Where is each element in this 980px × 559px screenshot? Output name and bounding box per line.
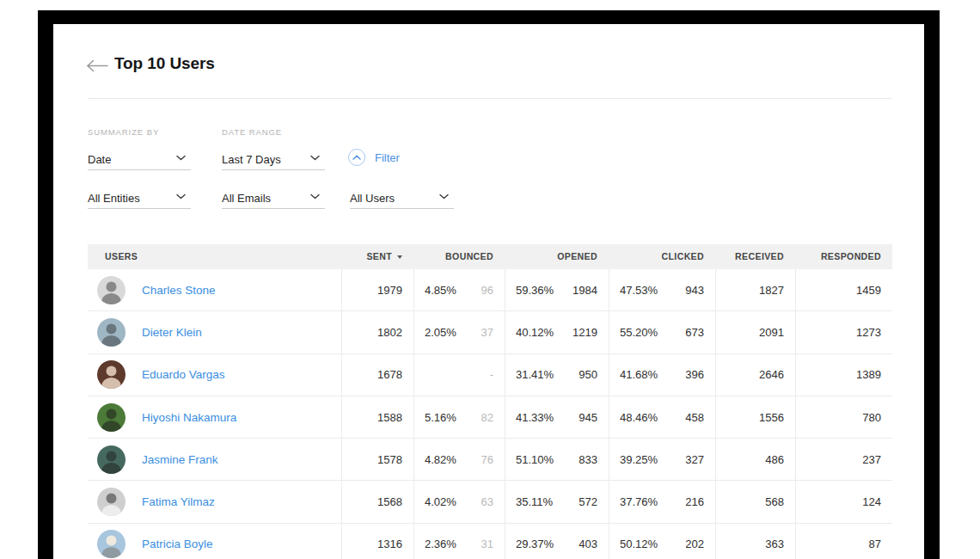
user-name-link[interactable]: Eduardo Vargas (142, 368, 225, 381)
column-header-sent[interactable]: SENT (341, 244, 413, 269)
avatar (97, 488, 126, 516)
column-header-clicked[interactable]: CLICKED (609, 244, 715, 269)
user-cell: Hiyoshi Nakamura (88, 396, 341, 438)
received-cell: 568 (715, 481, 795, 522)
column-header-users[interactable]: USERS (88, 244, 341, 269)
clicked-cell: 37.76%216 (609, 481, 715, 522)
filter-toggle[interactable]: Filter (348, 148, 400, 167)
clicked-pct: 39.25% (620, 453, 658, 466)
chevron-down-icon (439, 189, 449, 202)
bounced-count: 96 (481, 284, 493, 297)
back-arrow-icon[interactable] (86, 59, 108, 72)
opened-cell: 40.12%1219 (505, 311, 609, 353)
opened-pct: 41.33% (516, 411, 554, 424)
table-row: Patricia Boyle 1316 2.36%31 29.37%403 50… (88, 524, 892, 559)
sort-desc-icon (397, 255, 402, 259)
clicked-pct: 41.68% (620, 368, 658, 381)
user-name-link[interactable]: Dieter Klein (142, 326, 202, 339)
bounced-count: 82 (481, 411, 493, 424)
bounced-count: - (490, 368, 493, 381)
bounced-cell: - (413, 354, 505, 396)
opened-pct: 35.11% (516, 495, 553, 508)
opened-pct: 51.10% (516, 453, 554, 466)
clicked-cell: 50.12%202 (609, 524, 715, 559)
user-cell: Charles Stone (88, 269, 341, 310)
date-range-value: Last 7 Days (222, 153, 281, 166)
responded-cell: 1459 (795, 269, 892, 310)
sent-cell: 1316 (341, 524, 413, 559)
sent-cell: 1678 (341, 354, 413, 396)
date-range-label: DATE RANGE (222, 127, 282, 137)
summarize-by-label: SUMMARIZE BY (88, 127, 159, 137)
user-cell: Patricia Boyle (88, 524, 341, 559)
table-header-row: USERS SENT BOUNCED OPENED CLICKED RECEIV… (88, 244, 892, 269)
clicked-count: 673 (685, 326, 704, 339)
clicked-count: 202 (685, 538, 704, 550)
bounced-cell: 2.05%37 (413, 311, 505, 353)
opened-count: 950 (579, 368, 597, 381)
user-cell: Jasmine Frank (88, 439, 341, 480)
chevron-down-icon (176, 150, 186, 163)
received-cell: 2646 (715, 354, 795, 396)
users-table: USERS SENT BOUNCED OPENED CLICKED RECEIV… (88, 244, 892, 559)
users-value: All Users (350, 192, 395, 205)
entities-dropdown[interactable]: All Entities (88, 187, 191, 209)
table-row: Hiyoshi Nakamura 1588 5.16%82 41.33%945 … (88, 396, 892, 439)
user-name-link[interactable]: Hiyoshi Nakamura (142, 411, 236, 424)
bounced-count: 31 (481, 538, 493, 550)
user-cell: Eduardo Vargas (88, 354, 341, 396)
sent-cell: 1802 (341, 311, 413, 353)
clicked-count: 327 (685, 453, 704, 466)
chevron-down-icon (176, 189, 186, 202)
clicked-pct: 48.46% (620, 411, 658, 424)
clicked-count: 216 (685, 495, 704, 508)
user-name-link[interactable]: Fatima Yilmaz (142, 495, 215, 508)
user-cell: Fatima Yilmaz (88, 481, 341, 522)
opened-count: 833 (579, 453, 597, 466)
opened-count: 945 (579, 411, 597, 424)
emails-dropdown[interactable]: All Emails (222, 187, 325, 209)
clicked-cell: 48.46%458 (609, 396, 715, 438)
opened-count: 1219 (573, 326, 597, 339)
summarize-by-value: Date (88, 153, 111, 166)
table-row: Fatima Yilmaz 1568 4.02%63 35.11%572 37.… (88, 481, 892, 523)
filter-toggle-label: Filter (375, 151, 400, 164)
opened-cell: 59.36%1984 (505, 269, 609, 310)
bounced-pct: 2.36% (425, 538, 456, 550)
clicked-pct: 37.76% (620, 495, 658, 508)
table-row: Jasmine Frank 1578 4.82%76 51.10%833 39.… (88, 439, 892, 481)
user-name-link[interactable]: Charles Stone (142, 284, 216, 297)
bounced-cell: 4.82%76 (413, 439, 505, 480)
opened-pct: 29.37% (516, 538, 554, 550)
responded-cell: 124 (795, 481, 892, 522)
avatar (97, 445, 126, 474)
sent-cell: 1568 (341, 481, 413, 522)
chevron-up-circle-icon (348, 149, 365, 166)
received-cell: 486 (715, 439, 795, 480)
opened-count: 403 (579, 538, 597, 550)
responded-cell: 1389 (795, 354, 892, 396)
user-name-link[interactable]: Jasmine Frank (142, 453, 218, 466)
avatar (97, 276, 126, 304)
bounced-cell: 5.16%82 (413, 396, 505, 438)
divider (88, 98, 891, 99)
opened-count: 572 (579, 495, 597, 508)
column-header-bounced[interactable]: BOUNCED (413, 244, 505, 269)
column-header-opened[interactable]: OPENED (505, 244, 609, 269)
chevron-down-icon (310, 150, 320, 163)
bounced-count: 76 (481, 453, 493, 466)
bounced-pct: 4.82% (425, 453, 456, 466)
clicked-pct: 55.20% (620, 326, 658, 339)
summarize-by-dropdown[interactable]: Date (88, 149, 191, 170)
user-name-link[interactable]: Patricia Boyle (142, 538, 213, 550)
avatar (97, 403, 126, 432)
date-range-dropdown[interactable]: Last 7 Days (222, 149, 325, 170)
clicked-cell: 55.20%673 (609, 311, 715, 353)
column-header-received[interactable]: RECEIVED (715, 244, 795, 269)
clicked-cell: 39.25%327 (609, 439, 715, 480)
column-header-responded[interactable]: RESPONDED (795, 244, 892, 269)
responded-cell: 780 (795, 396, 892, 438)
opened-cell: 31.41%950 (505, 354, 609, 396)
received-cell: 1556 (715, 396, 795, 438)
users-dropdown[interactable]: All Users (350, 187, 454, 209)
